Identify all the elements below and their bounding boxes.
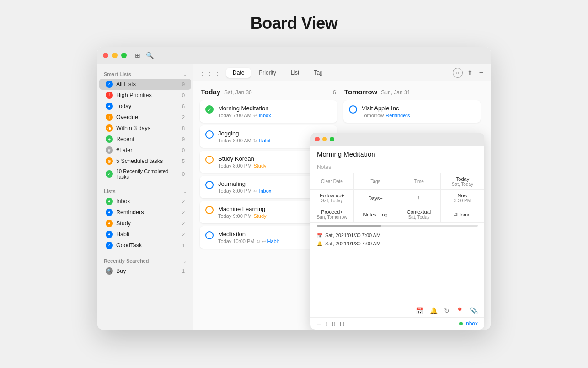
sidebar-item-all-lists[interactable]: ✓ All Lists 9 [99, 79, 191, 90]
search-icon[interactable]: 🔍 [146, 52, 154, 59]
content-area: ⋮⋮⋮ Date Priority List Tag ○ ⬆ + Today S… [193, 64, 491, 330]
calendar-action-icon[interactable]: 📅 [416, 307, 423, 314]
sidebar-item-inbox[interactable]: ● Inbox 2 [99, 196, 191, 207]
sidebar-item-count: 5 [179, 158, 185, 164]
tags-cell[interactable]: Tags [354, 173, 397, 189]
notes-log-cell[interactable]: Notes_Log [354, 206, 397, 222]
proceed-label: Proceed+ [321, 209, 342, 215]
task-list-label: Habit [267, 238, 279, 244]
minimize-button[interactable] [112, 53, 118, 58]
detail-events: 📅 Sat, 2021/01/30 7:00 AM 🔔 Sat, 2021/01… [310, 228, 484, 304]
sidebar-item-label: All Lists [116, 81, 176, 87]
detail-maximize-button[interactable] [330, 137, 334, 141]
tags-label: Tags [370, 179, 380, 184]
time-cell[interactable]: Time [397, 173, 441, 189]
task-circle-icon[interactable] [205, 231, 214, 239]
share-icon[interactable]: ⬆ [465, 68, 476, 77]
circle-action-icon[interactable]: ○ [453, 68, 463, 78]
notes-input[interactable]: Notes [310, 161, 484, 173]
task-circle-icon[interactable] [205, 206, 214, 214]
home-cell[interactable]: #Home [441, 206, 484, 222]
detail-minimize-button[interactable] [322, 137, 327, 141]
tab-priority[interactable]: Priority [252, 68, 282, 78]
event-item: 🔔 Sat, 2021/01/30 7:00 AM [317, 239, 478, 248]
board-view-icon[interactable]: ⋮⋮⋮ [199, 68, 221, 77]
priority-low-button[interactable]: ! [326, 320, 327, 327]
priority-medium-button[interactable]: !! [332, 320, 335, 327]
add-column-button[interactable]: + [477, 68, 485, 78]
maximize-button[interactable] [121, 53, 127, 58]
sidebar-item-label: Overdue [116, 114, 176, 120]
all-lists-icon: ✓ [106, 81, 113, 88]
lists-chevron-icon[interactable]: ⌄ [183, 189, 187, 194]
sidebar-item-count: 9 [179, 136, 185, 142]
contextual-cell[interactable]: Contextual Sat, Today [397, 206, 441, 222]
completed-icon: ✓ [106, 170, 113, 178]
sidebar-item-later[interactable]: # #Later 0 [99, 145, 191, 156]
sidebar-item-today[interactable]: ● Today 6 [99, 101, 191, 112]
sidebar-toggle-icon[interactable]: ⊞ [135, 52, 140, 59]
detail-grid-row1: Clear Date Tags Time Today Sat, Today [310, 173, 484, 190]
task-list-label: Study [253, 213, 266, 219]
task-complete-icon[interactable] [205, 105, 214, 114]
sidebar-item-goodtask[interactable]: ✓ GoodTask 1 [99, 240, 191, 251]
task-circle-icon[interactable] [205, 156, 214, 164]
attachment-action-icon[interactable]: 📎 [470, 307, 478, 314]
task-title-input[interactable]: Morning Meditation [310, 146, 484, 161]
follow-up-cell[interactable]: Follow up+ Sat, Today [310, 190, 354, 206]
location-action-icon[interactable]: 📍 [456, 307, 464, 314]
task-time: Today 9:00 PM [218, 213, 251, 219]
task-circle-icon[interactable] [205, 181, 214, 189]
date-cell[interactable]: Today Sat, Today [441, 173, 484, 189]
sidebar-item-label: Recent [116, 136, 176, 142]
proceed-cell[interactable]: Proceed+ Sun, Tomorrow [310, 206, 354, 222]
sidebar-item-buy[interactable]: 🔍 Buy 1 [99, 265, 191, 276]
smart-lists-chevron-icon[interactable]: ⌄ [183, 72, 187, 77]
task-card[interactable]: Morning Meditation Today 7:00 AM ↩ Inbox [200, 100, 337, 123]
sidebar-item-overdue[interactable]: ! Overdue 2 [99, 112, 191, 123]
detail-scrollbar [317, 225, 478, 227]
page-title: Board View [251, 14, 337, 33]
tomorrow-column-title: Tomorrow [344, 88, 377, 96]
now-cell[interactable]: Now 3:30 PM [441, 190, 484, 206]
priority-high-button[interactable]: !!! [340, 320, 345, 327]
sidebar-item-high-priorities[interactable]: ! High Priorities 0 [99, 90, 191, 101]
priority-none-button[interactable]: – [317, 319, 321, 328]
tab-date[interactable]: Date [226, 68, 251, 78]
days-cell[interactable]: Days+ [354, 190, 397, 206]
task-card[interactable]: Visit Apple Inc Tomorrow Reminders [343, 100, 481, 123]
sidebar-item-study[interactable]: ● Study 2 [99, 218, 191, 229]
notes-log-label: Notes_Log [363, 212, 387, 217]
detail-close-button[interactable] [315, 137, 320, 141]
sidebar-item-count: 2 [179, 210, 185, 215]
sidebar-item-scheduled[interactable]: ⊕ 5 Scheduled tasks 5 [99, 156, 191, 167]
close-button[interactable] [103, 53, 108, 58]
inbox-icon: ● [106, 198, 113, 205]
task-list-label: Inbox [259, 113, 271, 118]
sidebar-item-within-3-days[interactable]: ◑ Within 3 days 8 [99, 123, 191, 134]
sidebar-item-label: 5 Scheduled tasks [116, 158, 176, 164]
toolbar: ⋮⋮⋮ Date Priority List Tag ○ ⬆ + [193, 64, 491, 81]
repeat-icon: ↻ [257, 239, 260, 244]
sidebar-item-label: Buy [116, 268, 176, 274]
repeat-action-icon[interactable]: ↻ [444, 307, 449, 314]
sidebar-item-habit[interactable]: ● Habit 2 [99, 229, 191, 240]
task-circle-icon[interactable] [349, 105, 357, 114]
sidebar-item-reminders[interactable]: ● Reminders 2 [99, 207, 191, 218]
main-layout: Smart Lists ⌄ ✓ All Lists 9 ! High Prior… [97, 64, 491, 330]
sidebar-item-count: 0 [179, 171, 185, 177]
sidebar-item-recent[interactable]: + Recent 9 [99, 134, 191, 145]
priority-cell[interactable]: ! [397, 190, 441, 206]
overdue-icon: ! [106, 114, 113, 121]
tab-tag[interactable]: Tag [307, 68, 329, 78]
sidebar-item-completed[interactable]: ✓ 10 Recently Completed Tasks 0 [99, 167, 191, 181]
task-circle-icon[interactable] [205, 130, 214, 139]
sidebar-item-label: Study [116, 220, 176, 227]
task-meta: Today 7:00 AM ↩ Inbox [218, 113, 331, 118]
task-time: Today 7:00 AM [218, 113, 251, 118]
task-list-selector[interactable]: Inbox [459, 320, 478, 327]
clear-date-cell[interactable]: Clear Date [310, 173, 354, 189]
tab-list[interactable]: List [284, 68, 306, 78]
recent-search-chevron-icon[interactable]: ⌄ [183, 259, 187, 264]
alarm-action-icon[interactable]: 🔔 [430, 307, 438, 314]
